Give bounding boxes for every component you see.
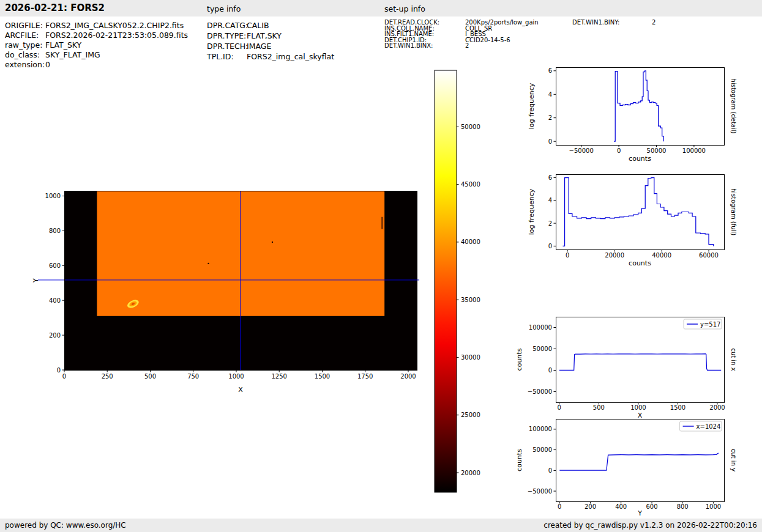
- cut-in-x-ytick-label: 100000: [529, 324, 552, 331]
- histogram-full-xtick-label: 20000: [605, 252, 624, 259]
- cut-in-y-xtick-label: 0: [558, 503, 561, 510]
- histogram-full-ylabel: log frequency: [528, 188, 536, 235]
- cut-in-x-legend-label: y=517: [700, 321, 720, 328]
- cut-in-x-frame: [556, 317, 724, 402]
- histogram-full-xtick-label: 40000: [652, 252, 671, 259]
- histogram-full-ytick-label: 0: [548, 243, 552, 249]
- arcfile-label: ARCFILE:: [5, 31, 39, 40]
- dark-spot: [207, 263, 209, 264]
- histogram-full-plot: 02000040000600000246countslog frequencyh…: [528, 174, 737, 267]
- histogram-detail-ytick-label: 0: [548, 138, 552, 145]
- histogram-full-xtick-label: 60000: [699, 252, 719, 259]
- ccd-image-xlabel: X: [238, 386, 243, 394]
- dpr-type-label: DPR.TYPE:: [207, 31, 246, 40]
- ccd-image-ytick-label: 1000: [45, 193, 61, 199]
- colorbar-tick-label: 25000: [461, 412, 480, 418]
- colorbar-gradient: [435, 70, 457, 492]
- cut-in-y-right-label: cut in y: [730, 449, 737, 471]
- ccd-image-plot: 0250500750100012501500175020000200400600…: [32, 191, 419, 394]
- arcfile-value: FORS2.2026-02-21T23:53:05.089.fits: [45, 31, 188, 40]
- ccd-image-xtick-label: 500: [144, 373, 156, 380]
- ccd-image-xtick-label: 1250: [271, 373, 286, 380]
- histogram-detail-xtick-label: 100000: [682, 147, 706, 154]
- histogram-detail-xtick-label: 0: [617, 147, 621, 154]
- dark-spot: [272, 242, 273, 243]
- ccd-image-xtick-label: 2000: [400, 373, 416, 380]
- cut-in-y-xtick-label: 600: [646, 503, 657, 510]
- cut-in-y-xtick-label: 800: [677, 503, 689, 510]
- histogram-detail-ylabel: log frequency: [528, 83, 536, 129]
- det-chip1-id-value: CCID20-14-5-6: [465, 37, 510, 43]
- figure-canvas: 0250500750100012501500175020000200400600…: [0, 61, 762, 519]
- ccd-image-ytick-label: 200: [49, 332, 61, 339]
- dpr-tech-label: DPR.TECH:: [207, 42, 248, 51]
- cut-in-y-plot: 02004006008001000−50000050000100000Ycoun…: [515, 419, 737, 517]
- cut-in-x-xtick-label: 2000: [709, 404, 725, 411]
- origfile-label: ORIGFILE:: [5, 21, 43, 30]
- histogram-full-xtick-label: 0: [566, 252, 569, 259]
- cut-in-x-xtick-label: 1500: [670, 404, 685, 411]
- ccd-image-xtick-label: 0: [62, 373, 66, 380]
- do-class-value: SKY_FLAT_IMG: [45, 50, 100, 59]
- header-bar: 2026-02-21: FORS2 type info set-up info: [0, 0, 762, 17]
- colorbar-tick-label: 45000: [461, 181, 480, 188]
- cut-in-x-ytick-label: −50000: [528, 388, 552, 395]
- footer-powered-by: powered by QC: www.eso.org/HC: [5, 521, 126, 530]
- cut-in-x-ylabel: counts: [515, 348, 523, 371]
- dpr-tech-value: IMAGE: [247, 42, 271, 51]
- cut-in-y-ytick-label: 0: [548, 467, 552, 474]
- colorbar-tick-label: 50000: [461, 124, 480, 130]
- ccd-image-ytick-label: 600: [49, 262, 61, 269]
- ccd-image-xtick-label: 1500: [315, 373, 330, 380]
- cut-in-y-legend-label: x=1024: [697, 423, 721, 430]
- dpr-catg-label: DPR.CATG:: [207, 21, 248, 30]
- page-title: 2026-02-21: FORS2: [5, 2, 105, 13]
- cut-in-x-curve: [559, 354, 721, 371]
- cut-in-y-ylabel: counts: [515, 449, 523, 471]
- ccd-image-xtick-label: 750: [187, 373, 199, 380]
- det-win1-biny-value: 2: [652, 19, 656, 26]
- colorbar-tick-label: 30000: [461, 354, 480, 361]
- cut-in-x-ytick-label: 0: [548, 367, 552, 374]
- histogram-full-xlabel: counts: [629, 259, 651, 267]
- cut-in-x-xtick-label: 500: [593, 404, 605, 411]
- cut-in-y-xlabel: Y: [637, 509, 642, 517]
- tpl-id-value: FORS2_img_cal_skyflat: [247, 52, 334, 61]
- histogram-full-ytick-label: 4: [548, 197, 552, 204]
- cut-in-y-ytick-label: −50000: [528, 488, 552, 495]
- type-info-heading: type info: [207, 4, 241, 13]
- colorbar: 20000250003000035000400004500050000: [435, 70, 480, 492]
- cut-in-y-xtick-label: 400: [615, 503, 627, 510]
- do-class-label: do_class:: [5, 50, 40, 59]
- histogram-detail-right-label: histogram (detail): [730, 79, 737, 134]
- tpl-id-label: TPL.ID:: [207, 52, 234, 61]
- cut-in-x-xtick-label: 0: [558, 404, 561, 411]
- ccd-image-ylabel: Y: [32, 278, 40, 283]
- det-win1-biny-label: DET.WIN1.BINY:: [572, 19, 619, 26]
- ccd-image-xtick-label: 1000: [228, 373, 244, 380]
- histogram-detail-xtick-label: 50000: [647, 147, 667, 154]
- det-win1-binx-value: 2: [465, 42, 469, 49]
- histogram-detail-xlabel: counts: [629, 155, 651, 163]
- cut-in-y-xtick-label: 1000: [706, 503, 721, 510]
- histogram-detail-plot: −500000500001000000246countslog frequenc…: [528, 67, 737, 163]
- histogram-full-ytick-label: 6: [548, 174, 552, 181]
- cut-in-y-ytick-label: 50000: [532, 446, 552, 453]
- histogram-detail-curve: [614, 71, 663, 141]
- ccd-image-ytick-label: 800: [49, 227, 61, 234]
- cut-in-x-ytick-label: 50000: [532, 345, 552, 352]
- cut-in-y-ytick-label: 100000: [529, 426, 552, 432]
- histogram-full-ytick-label: 2: [548, 220, 552, 227]
- ccd-image-ytick-label: 0: [57, 367, 61, 374]
- colorbar-tick-label: 40000: [461, 238, 480, 245]
- dpr-type-value: FLAT,SKY: [247, 31, 282, 40]
- raw-type-label: raw_type:: [5, 40, 42, 50]
- cut-in-x-xlabel: X: [638, 412, 643, 419]
- cut-in-x-plot: 0500100015002000−50000050000100000Xcount…: [515, 317, 737, 419]
- det-win1-binx-label: DET.WIN1.BINX:: [384, 42, 433, 49]
- histogram-full-curve: [563, 178, 714, 246]
- footer-bar: powered by QC: www.eso.org/HC created by…: [0, 519, 762, 532]
- histogram-detail-ytick-label: 4: [548, 91, 552, 98]
- histogram-full-right-label: histogram (full): [730, 188, 737, 235]
- ccd-image-ytick-label: 400: [49, 297, 61, 304]
